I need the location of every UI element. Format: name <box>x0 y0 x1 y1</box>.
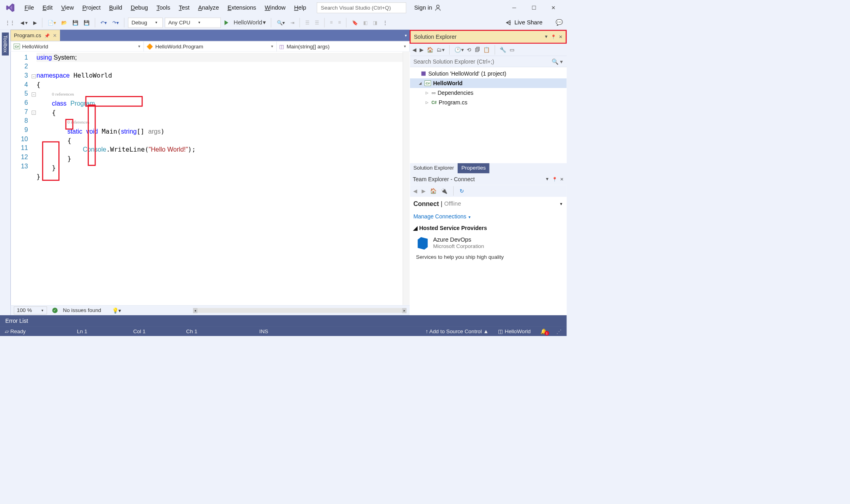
menu-view[interactable]: View <box>58 3 78 13</box>
save-button[interactable]: 💾 <box>71 18 80 26</box>
step-button[interactable]: ⇥ <box>289 18 296 26</box>
nav-method-combo[interactable]: ◫Main(string[] args)▼ <box>277 41 410 51</box>
back-icon[interactable]: ◀ <box>413 188 417 194</box>
menu-file[interactable]: File <box>21 3 38 13</box>
source-control-button[interactable]: ↑ Add to Source Control ▲ <box>426 328 489 334</box>
tab-close-icon[interactable]: ✕ <box>53 32 57 38</box>
fold-gutter[interactable]: − − − <box>31 52 37 305</box>
fwd-icon[interactable]: ▶ <box>422 188 426 194</box>
uncomment-button[interactable]: ≡ <box>336 19 342 26</box>
panel-dropdown-icon[interactable]: ▼ <box>544 34 548 39</box>
panel-tab[interactable]: Solution Explorer <box>410 163 458 173</box>
panel-tab[interactable]: Properties <box>458 163 489 173</box>
tree-project[interactable]: ◢ C# HelloWorld <box>410 78 567 88</box>
solution-explorer-title[interactable]: Solution Explorer ▼ 📍 ✕ <box>411 31 566 42</box>
redo-button[interactable]: ↷▾ <box>111 18 120 26</box>
close-button[interactable]: ✕ <box>551 5 557 11</box>
feedback-button[interactable]: 💬 <box>556 19 563 26</box>
menu-help[interactable]: Help <box>290 3 310 13</box>
live-share-button[interactable]: Live Share <box>514 19 542 26</box>
menu-build[interactable]: Build <box>105 3 126 13</box>
copy-icon[interactable]: 📋 <box>483 46 490 53</box>
nav-project-combo[interactable]: C#HelloWorld▼ <box>11 41 144 51</box>
refresh-icon[interactable]: ↻ <box>460 188 464 194</box>
hosted-providers-header[interactable]: ◢ Hosted Service Providers <box>410 222 567 234</box>
editor-scrollbar[interactable] <box>403 52 410 305</box>
find-button[interactable]: 🔍▾ <box>275 18 287 26</box>
resize-grip-icon[interactable]: ⋰ <box>556 328 562 334</box>
file-tab-active[interactable]: Program.cs 📌 ✕ <box>11 30 60 41</box>
new-item-button[interactable]: 📄▾ <box>46 18 58 26</box>
refresh-icon[interactable]: ⟲ <box>467 46 471 53</box>
solution-tree[interactable]: Solution 'HelloWorld' (1 project) ◢ C# H… <box>410 67 567 163</box>
prev-bookmark-button[interactable]: ◧ <box>362 18 369 26</box>
fwd-icon[interactable]: ▶ <box>420 46 424 53</box>
menu-tools[interactable]: Tools <box>153 3 174 13</box>
home-icon[interactable]: 🏠 <box>430 188 437 194</box>
nav-back-button[interactable]: ◀ ▾ <box>19 18 30 26</box>
minimize-button[interactable]: ─ <box>511 5 517 11</box>
show-all-icon[interactable]: 🗐 <box>475 47 480 53</box>
tree-dependencies[interactable]: ▷ ▫▫ Dependencies <box>410 88 567 98</box>
pin-icon[interactable]: 📍 <box>552 177 557 182</box>
comment-button[interactable]: ≡ <box>328 19 334 26</box>
outdent-button[interactable]: ☰ <box>313 18 321 26</box>
h-scrollbar[interactable]: ◂ ▸ <box>193 308 406 313</box>
indent-button[interactable]: ☰ <box>304 18 311 26</box>
team-explorer-title[interactable]: Team Explorer - Connect ▼ 📍 ✕ <box>410 173 567 185</box>
panel-dropdown-icon[interactable]: ▼ <box>545 177 550 182</box>
run-button[interactable] <box>223 19 230 26</box>
bookmark-button[interactable]: 🔖 <box>350 18 360 26</box>
menu-test[interactable]: Test <box>175 3 194 13</box>
sync-icon[interactable]: 🗂▾ <box>436 46 444 53</box>
notifications-button[interactable]: 🔔1 <box>540 328 547 334</box>
fold-icon[interactable]: − <box>32 111 36 115</box>
signin-button[interactable]: Sign in <box>414 4 442 11</box>
manage-connections-link[interactable]: Manage Connections ▼ <box>410 211 567 222</box>
azure-devops-item[interactable]: Azure DevOps Microsoft Corporation <box>410 234 567 252</box>
pin-icon[interactable]: 📍 <box>551 34 556 40</box>
overflow-button[interactable]: ⋮ <box>381 18 389 26</box>
open-button[interactable]: 📂 <box>60 18 69 26</box>
solution-search-input[interactable]: Search Solution Explorer (Ctrl+;)🔍 ▾ <box>410 56 567 67</box>
run-target-combo[interactable]: HelloWorld ▾ <box>232 18 267 27</box>
history-icon[interactable]: 🕐▾ <box>454 46 464 53</box>
properties-icon[interactable]: 🔧 <box>500 46 506 53</box>
back-icon[interactable]: ◀ <box>412 46 416 53</box>
panel-close-icon[interactable]: ✕ <box>559 34 562 40</box>
zoom-combo[interactable]: 100 %▼ <box>14 306 47 314</box>
connect-header[interactable]: Connect | Offline ▼ <box>410 197 567 211</box>
platform-combo[interactable]: Any CPU▼ <box>165 18 221 28</box>
menu-analyze[interactable]: Analyze <box>194 3 223 13</box>
config-combo[interactable]: Debug▼ <box>128 18 163 28</box>
menu-extensions[interactable]: Extensions <box>224 3 260 13</box>
drag-handle-icon[interactable]: ⋮⋮ <box>4 18 16 26</box>
toolbox-tab[interactable]: Toolbox <box>0 30 11 315</box>
plug-icon[interactable]: 🔌 <box>441 188 448 194</box>
error-list-tab[interactable]: Error List <box>0 315 567 326</box>
code-editor[interactable]: 12345678910111213 − − − using System; na… <box>11 52 410 305</box>
panel-close-icon[interactable]: ✕ <box>560 177 564 182</box>
tree-file[interactable]: ▷ C# Program.cs <box>410 98 567 107</box>
tree-solution-root[interactable]: Solution 'HelloWorld' (1 project) <box>410 69 567 78</box>
nav-fwd-button[interactable]: ▶ <box>32 18 38 26</box>
tabs-dropdown-icon[interactable]: ▼ <box>404 34 408 38</box>
undo-button[interactable]: ↶▾ <box>99 18 108 26</box>
next-bookmark-button[interactable]: ◨ <box>371 18 379 26</box>
pin-icon[interactable]: 📌 <box>44 33 50 38</box>
menu-window[interactable]: Window <box>261 3 289 13</box>
code-content[interactable]: using System; namespace HelloWorld { 0 r… <box>36 52 402 305</box>
fold-icon[interactable]: − <box>32 92 36 96</box>
menu-edit[interactable]: Edit <box>39 3 56 13</box>
menu-project[interactable]: Project <box>78 3 104 13</box>
search-input[interactable]: Search Visual Studio (Ctrl+Q) <box>317 2 406 13</box>
status-project[interactable]: ◫ HelloWorld <box>498 328 530 334</box>
maximize-button[interactable]: ☐ <box>531 5 537 11</box>
fold-icon[interactable]: − <box>32 74 36 78</box>
preview-icon[interactable]: ▭ <box>510 46 515 53</box>
light-bulb-icon[interactable]: 💡▾ <box>112 307 121 314</box>
home-icon[interactable]: 🏠 <box>427 46 434 53</box>
menu-debug[interactable]: Debug <box>127 3 152 13</box>
nav-class-combo[interactable]: 🔶HelloWorld.Program▼ <box>144 41 277 51</box>
save-all-button[interactable]: 💾 <box>82 18 91 26</box>
